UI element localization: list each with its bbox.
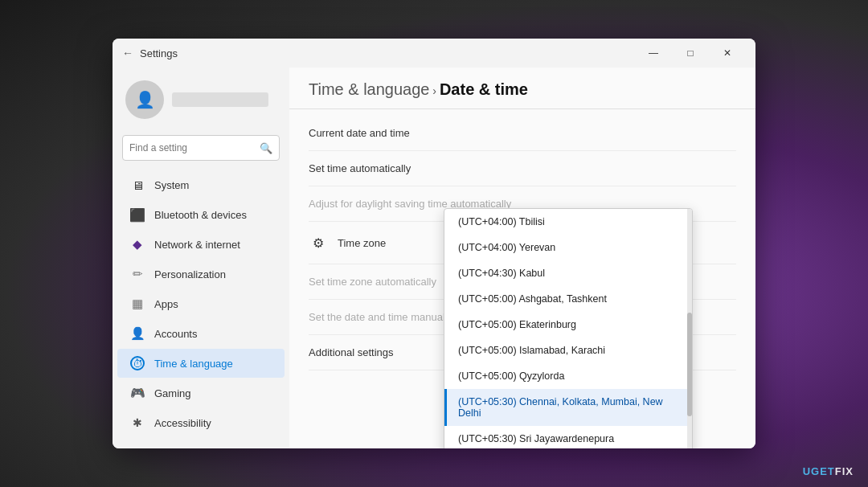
main-content: Time & language › Date & time Current da…	[289, 68, 755, 448]
scrollbar-thumb[interactable]	[687, 313, 692, 416]
dropdown-item-qyzylorda[interactable]: (UTC+05:00) Qyzylorda	[444, 363, 692, 389]
sidebar-item-label: Accessibility	[154, 417, 211, 429]
title-bar: ← Settings — □ ✕	[113, 39, 755, 68]
additional-label: Additional settings	[309, 346, 394, 358]
timezone-dropdown[interactable]: (UTC+04:00) Tbilisi (UTC+04:00) Yerevan …	[444, 208, 693, 448]
bluetooth-icon: ⬛	[130, 207, 145, 222]
sidebar-item-system[interactable]: 🖥 System	[117, 170, 285, 199]
dropdown-item-chennai[interactable]: (UTC+05:30) Chennai, Kolkata, Mumbai, Ne…	[444, 389, 692, 426]
sidebar-item-label: Apps	[154, 298, 178, 310]
sidebar-item-label: Bluetooth & devices	[154, 209, 247, 221]
dropdown-item-kabul[interactable]: (UTC+04:30) Kabul	[444, 260, 692, 286]
search-input[interactable]	[129, 142, 255, 153]
sidebar-item-bluetooth[interactable]: ⬛ Bluetooth & devices	[117, 200, 285, 229]
time-zone-icon: ⚙	[309, 233, 328, 252]
sidebar-item-network[interactable]: ◆ Network & internet	[117, 230, 285, 259]
minimize-button[interactable]: —	[635, 39, 672, 68]
settings-item-current-date[interactable]: Current date and time	[309, 116, 736, 151]
sidebar-item-personalization[interactable]: ✏ Personalization	[117, 260, 285, 289]
page-header: Time & language › Date & time	[289, 68, 755, 109]
search-icon: 🔍	[260, 142, 272, 154]
maximize-button[interactable]: □	[672, 39, 709, 68]
set-date-manual-label: Set the date and time manually	[309, 311, 452, 323]
sidebar-item-gaming[interactable]: 🎮 Gaming	[117, 379, 285, 407]
dropdown-item-ashgabat[interactable]: (UTC+05:00) Ashgabat, Tashkent	[444, 286, 692, 312]
apps-icon: ▦	[130, 297, 145, 311]
personalization-icon: ✏	[130, 267, 145, 281]
watermark: UGETFIX	[803, 465, 854, 477]
dropdown-item-islamabad[interactable]: (UTC+05:00) Islamabad, Karachi	[444, 338, 692, 363]
sidebar-item-label: Personalization	[154, 268, 226, 280]
sidebar-item-label: Privacy & security	[154, 447, 237, 449]
breadcrumb-parent: Time & language	[309, 80, 429, 98]
window-title: Settings	[140, 47, 635, 59]
sidebar-item-privacy[interactable]: 🛡 Privacy & security	[117, 438, 285, 448]
avatar: 👤	[125, 80, 164, 119]
sidebar-item-label: Accounts	[154, 328, 197, 340]
window-controls: — □ ✕	[635, 39, 746, 68]
user-section: 👤	[113, 74, 289, 132]
settings-window: ← Settings — □ ✕ 👤 🔍 🖥 System	[113, 39, 755, 448]
time-icon: ⏱	[130, 356, 145, 370]
sidebar-item-label: System	[154, 179, 189, 191]
back-button[interactable]: ←	[122, 47, 133, 59]
set-timezone-auto-label: Set time zone automatically	[309, 276, 436, 288]
sidebar: 👤 🔍 🖥 System ⬛ Bluetooth & devices ◆ Net…	[113, 68, 289, 448]
sidebar-item-time[interactable]: ⏱ Time & language	[117, 349, 285, 378]
system-icon: 🖥	[130, 178, 145, 192]
breadcrumb: Time & language › Date & time	[309, 80, 736, 99]
time-zone-label: Time zone	[338, 237, 386, 249]
breadcrumb-separator: ›	[432, 84, 440, 97]
sidebar-item-label: Network & internet	[154, 239, 240, 251]
dropdown-item-ekaterinburg[interactable]: (UTC+05:00) Ekaterinburg	[444, 312, 692, 338]
accounts-icon: 👤	[130, 326, 145, 341]
watermark-suffix: FIX	[835, 465, 854, 477]
close-button[interactable]: ✕	[709, 39, 746, 68]
sidebar-item-accessibility[interactable]: ✱ Accessibility	[117, 408, 285, 437]
sidebar-item-apps[interactable]: ▦ Apps	[117, 289, 285, 318]
set-time-auto-label: Set time automatically	[309, 162, 411, 174]
settings-item-set-time-auto[interactable]: Set time automatically	[309, 151, 736, 186]
sidebar-item-label: Gaming	[154, 387, 191, 399]
accessibility-icon: ✱	[130, 415, 145, 430]
privacy-icon: 🛡	[130, 445, 145, 448]
dropdown-item-sri-jayawar[interactable]: (UTC+05:30) Sri Jayawardenepura	[444, 426, 692, 448]
scrollbar-track	[687, 209, 692, 448]
content-area: 👤 🔍 🖥 System ⬛ Bluetooth & devices ◆ Net…	[113, 68, 755, 448]
page-title: Date & time	[440, 80, 528, 98]
search-box[interactable]: 🔍	[122, 135, 280, 161]
sidebar-item-accounts[interactable]: 👤 Accounts	[117, 319, 285, 348]
gaming-icon: 🎮	[130, 386, 145, 400]
dropdown-item-tbilisi[interactable]: (UTC+04:00) Tbilisi	[444, 209, 692, 235]
sidebar-item-label: Time & language	[154, 358, 233, 370]
dropdown-item-yerevan[interactable]: (UTC+04:00) Yerevan	[444, 235, 692, 260]
user-info-blur	[172, 92, 268, 107]
watermark-prefix: UGET	[803, 465, 835, 477]
network-icon: ◆	[130, 237, 145, 252]
current-date-label: Current date and time	[309, 127, 410, 139]
